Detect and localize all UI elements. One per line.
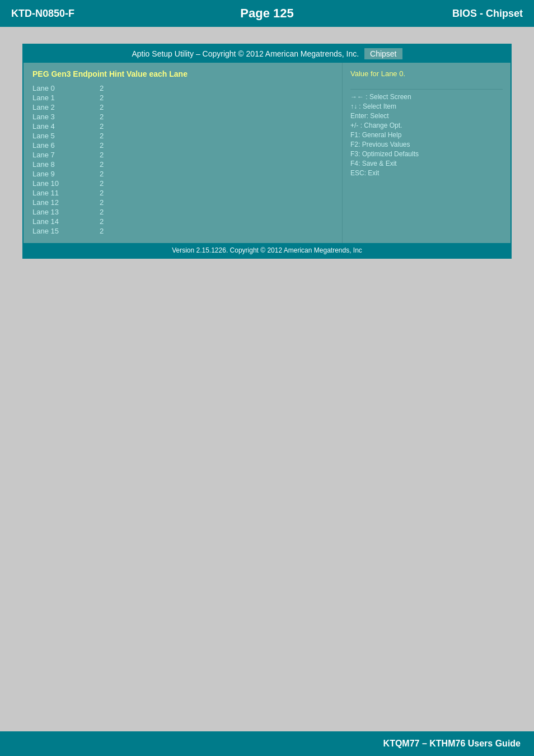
left-panel: PEG Gen3 Endpoint Hint Value each Lane L… (24, 63, 343, 243)
lane-label: Lane 1 (32, 94, 77, 102)
lane-row[interactable]: Lane 42 (32, 122, 333, 130)
lane-value: 2 (100, 84, 104, 92)
bios-title-text: Aptio Setup Utility – Copyright © 2012 A… (132, 49, 359, 58)
help-item: F2: Previous Values (350, 141, 503, 148)
help-item: F4: Save & Exit (350, 160, 503, 167)
help-divider (350, 89, 503, 90)
help-items-container: →← : Select Screen↑↓ : Select ItemEnter:… (350, 93, 503, 179)
help-item: ESC: Exit (350, 169, 503, 177)
value-hint: Value for Lane 0. (350, 69, 503, 78)
lane-row[interactable]: Lane 62 (32, 141, 333, 150)
lane-label: Lane 9 (32, 170, 77, 178)
lane-label: Lane 7 (32, 151, 77, 159)
lane-value: 2 (100, 113, 104, 121)
lane-label: Lane 3 (32, 113, 77, 121)
lane-row[interactable]: Lane 82 (32, 160, 333, 169)
bios-title-bar: Aptio Setup Utility – Copyright © 2012 A… (24, 45, 510, 63)
bottom-bar: KTQM77 – KTHM76 Users Guide (0, 731, 534, 756)
main-content: Aptio Setup Utility – Copyright © 2012 A… (0, 27, 534, 276)
lane-row[interactable]: Lane 92 (32, 170, 333, 178)
lane-value: 2 (100, 227, 104, 235)
lane-value: 2 (100, 217, 104, 226)
lane-row[interactable]: Lane 102 (32, 179, 333, 188)
section-header: PEG Gen3 Endpoint Hint Value each Lane (32, 69, 333, 78)
help-item: Enter: Select (350, 112, 503, 120)
lane-value: 2 (100, 122, 104, 130)
lane-label: Lane 12 (32, 198, 77, 207)
lane-value: 2 (100, 170, 104, 178)
lane-row[interactable]: Lane 122 (32, 198, 333, 207)
lane-row[interactable]: Lane 132 (32, 208, 333, 216)
help-item: ↑↓ : Select Item (350, 102, 503, 110)
lane-row[interactable]: Lane 32 (32, 113, 333, 121)
lane-row[interactable]: Lane 02 (32, 84, 333, 92)
lane-value: 2 (100, 103, 104, 111)
lane-value: 2 (100, 208, 104, 216)
lane-value: 2 (100, 198, 104, 207)
lane-row[interactable]: Lane 152 (32, 227, 333, 235)
lane-value: 2 (100, 141, 104, 150)
lane-value: 2 (100, 151, 104, 159)
lane-row[interactable]: Lane 142 (32, 217, 333, 226)
lane-label: Lane 6 (32, 141, 77, 150)
chipset-tab[interactable]: Chipset (364, 48, 402, 59)
lane-label: Lane 5 (32, 132, 77, 140)
help-item: →← : Select Screen (350, 93, 503, 101)
bios-content-area: PEG Gen3 Endpoint Hint Value each Lane L… (24, 63, 510, 243)
header-page: Page 125 (182, 6, 353, 21)
lane-row[interactable]: Lane 112 (32, 189, 333, 197)
header-bar: KTD-N0850-F Page 125 BIOS - Chipset (0, 0, 534, 27)
lane-row[interactable]: Lane 52 (32, 132, 333, 140)
header-product: KTD-N0850-F (11, 8, 182, 20)
lane-label: Lane 0 (32, 84, 77, 92)
lane-label: Lane 11 (32, 189, 77, 197)
lane-label: Lane 2 (32, 103, 77, 111)
lane-row[interactable]: Lane 72 (32, 151, 333, 159)
lane-value: 2 (100, 132, 104, 140)
right-panel: Value for Lane 0. →← : Select Screen↑↓ :… (343, 63, 510, 243)
bios-panel: Aptio Setup Utility – Copyright © 2012 A… (22, 44, 512, 259)
lane-row[interactable]: Lane 12 (32, 94, 333, 102)
lane-label: Lane 10 (32, 179, 77, 188)
lane-value: 2 (100, 189, 104, 197)
lane-label: Lane 4 (32, 122, 77, 130)
lane-label: Lane 14 (32, 217, 77, 226)
bottom-bar-text: KTQM77 – KTHM76 Users Guide (383, 739, 521, 749)
lane-label: Lane 8 (32, 160, 77, 169)
lane-row[interactable]: Lane 22 (32, 103, 333, 111)
help-item: F1: General Help (350, 131, 503, 139)
lane-value: 2 (100, 179, 104, 188)
lane-value: 2 (100, 94, 104, 102)
lane-rows-container: Lane 02Lane 12Lane 22Lane 32Lane 42Lane … (32, 84, 333, 235)
help-item: +/- : Change Opt. (350, 122, 503, 129)
bios-footer: Version 2.15.1226. Copyright © 2012 Amer… (24, 243, 510, 258)
lane-value: 2 (100, 160, 104, 169)
lane-label: Lane 13 (32, 208, 77, 216)
header-section: BIOS - Chipset (352, 8, 523, 20)
lane-label: Lane 15 (32, 227, 77, 235)
help-item: F3: Optimized Defaults (350, 150, 503, 158)
